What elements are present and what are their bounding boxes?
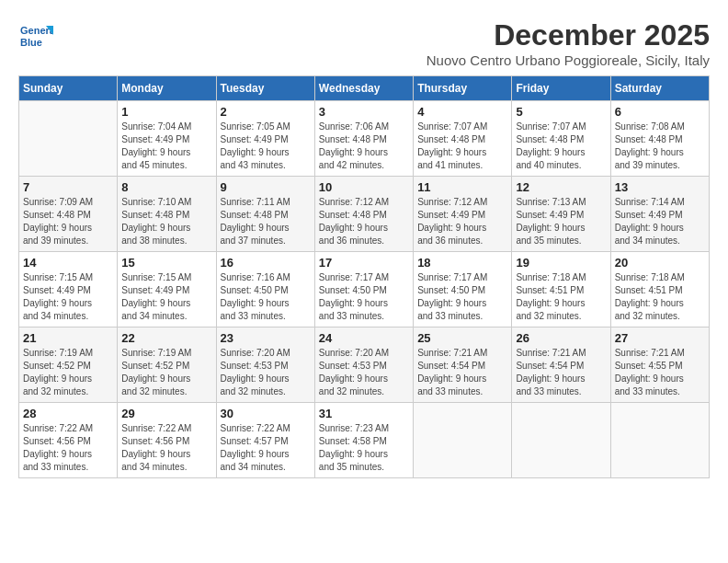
title-section: December 2025 Nuovo Centro Urbano Poggio… xyxy=(427,18,710,68)
logo-icon: General Blue xyxy=(18,18,53,53)
calendar-cell: 6Sunrise: 7:08 AM Sunset: 4:48 PM Daylig… xyxy=(610,101,709,177)
day-number: 10 xyxy=(319,180,409,194)
calendar-cell: 31Sunrise: 7:23 AM Sunset: 4:58 PM Dayli… xyxy=(314,403,413,478)
svg-rect-0 xyxy=(18,18,53,53)
day-number: 18 xyxy=(417,256,507,270)
day-number: 6 xyxy=(615,105,705,119)
day-info: Sunrise: 7:19 AM Sunset: 4:52 PM Dayligh… xyxy=(23,347,113,398)
day-info: Sunrise: 7:06 AM Sunset: 4:48 PM Dayligh… xyxy=(319,121,409,172)
day-info: Sunrise: 7:21 AM Sunset: 4:55 PM Dayligh… xyxy=(615,347,705,398)
week-row-3: 14Sunrise: 7:15 AM Sunset: 4:49 PM Dayli… xyxy=(19,252,710,327)
calendar-cell: 3Sunrise: 7:06 AM Sunset: 4:48 PM Daylig… xyxy=(314,101,413,177)
calendar-table: SundayMondayTuesdayWednesdayThursdayFrid… xyxy=(18,75,710,478)
calendar-cell: 2Sunrise: 7:05 AM Sunset: 4:49 PM Daylig… xyxy=(216,101,314,177)
header-cell-wednesday: Wednesday xyxy=(314,76,413,101)
main-title: December 2025 xyxy=(427,18,710,52)
calendar-cell: 28Sunrise: 7:22 AM Sunset: 4:56 PM Dayli… xyxy=(19,403,118,478)
week-row-5: 28Sunrise: 7:22 AM Sunset: 4:56 PM Dayli… xyxy=(19,403,710,478)
day-info: Sunrise: 7:11 AM Sunset: 4:48 PM Dayligh… xyxy=(221,196,311,247)
calendar-cell: 5Sunrise: 7:07 AM Sunset: 4:48 PM Daylig… xyxy=(512,101,610,177)
calendar-cell: 11Sunrise: 7:12 AM Sunset: 4:49 PM Dayli… xyxy=(414,177,512,252)
calendar-cell: 27Sunrise: 7:21 AM Sunset: 4:55 PM Dayli… xyxy=(610,327,709,403)
day-info: Sunrise: 7:22 AM Sunset: 4:56 PM Dayligh… xyxy=(23,422,113,474)
day-info: Sunrise: 7:15 AM Sunset: 4:49 PM Dayligh… xyxy=(23,271,113,323)
day-number: 29 xyxy=(121,407,211,420)
day-number: 27 xyxy=(615,331,705,345)
header-cell-friday: Friday xyxy=(512,76,610,101)
day-number: 14 xyxy=(23,256,113,270)
day-info: Sunrise: 7:15 AM Sunset: 4:49 PM Dayligh… xyxy=(121,271,211,323)
day-info: Sunrise: 7:13 AM Sunset: 4:49 PM Dayligh… xyxy=(516,196,606,247)
calendar-cell: 23Sunrise: 7:20 AM Sunset: 4:53 PM Dayli… xyxy=(216,327,314,403)
subtitle: Nuovo Centro Urbano Poggioreale, Sicily,… xyxy=(427,52,710,68)
calendar-cell: 7Sunrise: 7:09 AM Sunset: 4:48 PM Daylig… xyxy=(19,177,118,252)
day-number: 20 xyxy=(615,256,705,270)
calendar-cell xyxy=(512,403,610,478)
day-info: Sunrise: 7:10 AM Sunset: 4:48 PM Dayligh… xyxy=(121,196,211,247)
calendar-cell: 21Sunrise: 7:19 AM Sunset: 4:52 PM Dayli… xyxy=(19,327,118,403)
calendar-cell: 30Sunrise: 7:22 AM Sunset: 4:57 PM Dayli… xyxy=(216,403,314,478)
calendar-cell: 20Sunrise: 7:18 AM Sunset: 4:51 PM Dayli… xyxy=(610,252,709,327)
logo: General Blue xyxy=(18,18,53,53)
calendar-body: 1Sunrise: 7:04 AM Sunset: 4:49 PM Daylig… xyxy=(19,101,710,478)
day-number: 17 xyxy=(319,256,409,270)
calendar-cell: 12Sunrise: 7:13 AM Sunset: 4:49 PM Dayli… xyxy=(512,177,610,252)
day-number: 13 xyxy=(615,180,705,194)
calendar-cell: 19Sunrise: 7:18 AM Sunset: 4:51 PM Dayli… xyxy=(512,252,610,327)
day-info: Sunrise: 7:22 AM Sunset: 4:56 PM Dayligh… xyxy=(121,422,211,474)
calendar-cell xyxy=(414,403,512,478)
calendar-cell: 1Sunrise: 7:04 AM Sunset: 4:49 PM Daylig… xyxy=(118,101,216,177)
day-number: 24 xyxy=(319,331,409,345)
calendar-cell: 25Sunrise: 7:21 AM Sunset: 4:54 PM Dayli… xyxy=(414,327,512,403)
day-number: 31 xyxy=(319,407,409,420)
week-row-4: 21Sunrise: 7:19 AM Sunset: 4:52 PM Dayli… xyxy=(19,327,710,403)
day-info: Sunrise: 7:17 AM Sunset: 4:50 PM Dayligh… xyxy=(319,271,409,323)
day-info: Sunrise: 7:19 AM Sunset: 4:52 PM Dayligh… xyxy=(121,347,211,398)
day-number: 30 xyxy=(221,407,311,420)
calendar-cell: 26Sunrise: 7:21 AM Sunset: 4:54 PM Dayli… xyxy=(512,327,610,403)
day-info: Sunrise: 7:09 AM Sunset: 4:48 PM Dayligh… xyxy=(23,196,113,247)
day-number: 4 xyxy=(417,105,507,119)
day-number: 28 xyxy=(23,407,113,420)
calendar-cell: 16Sunrise: 7:16 AM Sunset: 4:50 PM Dayli… xyxy=(216,252,314,327)
day-info: Sunrise: 7:16 AM Sunset: 4:50 PM Dayligh… xyxy=(221,271,311,323)
day-number: 26 xyxy=(516,331,606,345)
header-cell-thursday: Thursday xyxy=(414,76,512,101)
day-info: Sunrise: 7:22 AM Sunset: 4:57 PM Dayligh… xyxy=(221,422,311,474)
day-number: 25 xyxy=(417,331,507,345)
day-number: 8 xyxy=(121,180,211,194)
day-number: 16 xyxy=(221,256,311,270)
header-cell-sunday: Sunday xyxy=(19,76,118,101)
calendar-cell: 15Sunrise: 7:15 AM Sunset: 4:49 PM Dayli… xyxy=(118,252,216,327)
day-number: 5 xyxy=(516,105,606,119)
day-info: Sunrise: 7:18 AM Sunset: 4:51 PM Dayligh… xyxy=(516,271,606,323)
day-number: 1 xyxy=(121,105,211,119)
day-number: 2 xyxy=(221,105,311,119)
calendar-cell: 24Sunrise: 7:20 AM Sunset: 4:53 PM Dayli… xyxy=(314,327,413,403)
day-info: Sunrise: 7:12 AM Sunset: 4:48 PM Dayligh… xyxy=(319,196,409,247)
day-info: Sunrise: 7:20 AM Sunset: 4:53 PM Dayligh… xyxy=(221,347,311,398)
calendar-cell xyxy=(610,403,709,478)
day-info: Sunrise: 7:17 AM Sunset: 4:50 PM Dayligh… xyxy=(417,271,507,323)
day-number: 23 xyxy=(221,331,311,345)
day-number: 21 xyxy=(23,331,113,345)
day-number: 19 xyxy=(516,256,606,270)
day-number: 12 xyxy=(516,180,606,194)
week-row-2: 7Sunrise: 7:09 AM Sunset: 4:48 PM Daylig… xyxy=(19,177,710,252)
day-info: Sunrise: 7:14 AM Sunset: 4:49 PM Dayligh… xyxy=(615,196,705,247)
day-info: Sunrise: 7:23 AM Sunset: 4:58 PM Dayligh… xyxy=(319,422,409,474)
calendar-cell: 9Sunrise: 7:11 AM Sunset: 4:48 PM Daylig… xyxy=(216,177,314,252)
calendar-cell: 8Sunrise: 7:10 AM Sunset: 4:48 PM Daylig… xyxy=(118,177,216,252)
calendar-cell: 18Sunrise: 7:17 AM Sunset: 4:50 PM Dayli… xyxy=(414,252,512,327)
header-cell-saturday: Saturday xyxy=(610,76,709,101)
day-number: 9 xyxy=(221,180,311,194)
page-container: General Blue December 2025 Nuovo Centro … xyxy=(18,18,710,478)
day-info: Sunrise: 7:20 AM Sunset: 4:53 PM Dayligh… xyxy=(319,347,409,398)
day-number: 11 xyxy=(417,180,507,194)
day-info: Sunrise: 7:18 AM Sunset: 4:51 PM Dayligh… xyxy=(615,271,705,323)
calendar-cell xyxy=(19,101,118,177)
day-number: 15 xyxy=(121,256,211,270)
calendar-cell: 29Sunrise: 7:22 AM Sunset: 4:56 PM Dayli… xyxy=(118,403,216,478)
header-cell-monday: Monday xyxy=(118,76,216,101)
week-row-1: 1Sunrise: 7:04 AM Sunset: 4:49 PM Daylig… xyxy=(19,101,710,177)
